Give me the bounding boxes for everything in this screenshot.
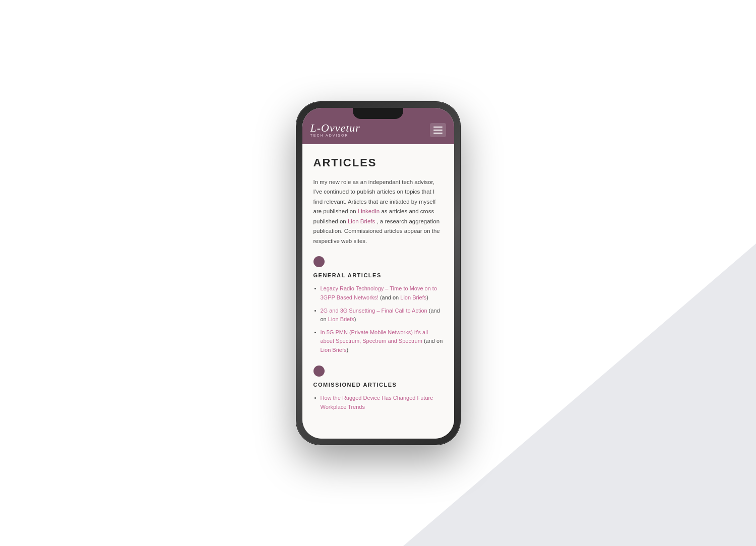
lion-briefs-link-1[interactable]: Lion Briefs	[400, 294, 426, 300]
lion-briefs-link-2[interactable]: Lion Briefs	[328, 316, 354, 322]
logo-text: L-Ovvetur	[310, 122, 360, 134]
list-item: How the Rugged Device Has Changed Future…	[313, 394, 443, 411]
list-item: Legacy Radio Technology – Time to Move o…	[313, 284, 443, 302]
site-logo: L-Ovvetur TECH ADVISOR	[310, 123, 360, 137]
phone-notch	[353, 108, 403, 119]
general-articles-list: Legacy Radio Technology – Time to Move o…	[313, 284, 443, 354]
article-link-4[interactable]: How the Rugged Device Has Changed Future…	[321, 395, 433, 410]
section1-dot	[313, 256, 325, 267]
intro-paragraph: In my new role as an independant tech ad…	[313, 177, 443, 247]
lion-briefs-link-3[interactable]: Lion Briefs	[321, 347, 347, 353]
list-item: In 5G PMN (Private Mobile Networks) it's…	[313, 328, 443, 355]
article-link-2[interactable]: 2G and 3G Sunsetting – Final Call to Act…	[321, 308, 427, 314]
hamburger-line-1	[433, 127, 443, 128]
section1-title: GENERAL ARTICLES	[313, 272, 443, 278]
content-area[interactable]: ARTICLES In my new role as an independan…	[302, 144, 454, 439]
page-title: ARTICLES	[313, 156, 443, 169]
linkedin-link[interactable]: LinkedIn	[358, 208, 380, 214]
lion-briefs-link-intro[interactable]: Lion Briefs	[348, 218, 375, 224]
list-item: 2G and 3G Sunsetting – Final Call to Act…	[313, 307, 443, 324]
hamburger-line-3	[433, 133, 443, 134]
section2-title: COMISSIONED ARTICLES	[313, 382, 443, 388]
hamburger-line-2	[433, 130, 443, 131]
phone-screen: L-Ovvetur TECH ADVISOR ARTICLES In my ne…	[302, 108, 454, 439]
commissioned-articles-list: How the Rugged Device Has Changed Future…	[313, 394, 443, 411]
hamburger-button[interactable]	[430, 123, 446, 137]
article-link-3[interactable]: In 5G PMN (Private Mobile Networks) it's…	[321, 329, 428, 344]
section2-dot	[313, 366, 325, 377]
logo-sub: TECH ADVISOR	[310, 134, 360, 137]
phone-device: L-Ovvetur TECH ADVISOR ARTICLES In my ne…	[296, 102, 460, 445]
